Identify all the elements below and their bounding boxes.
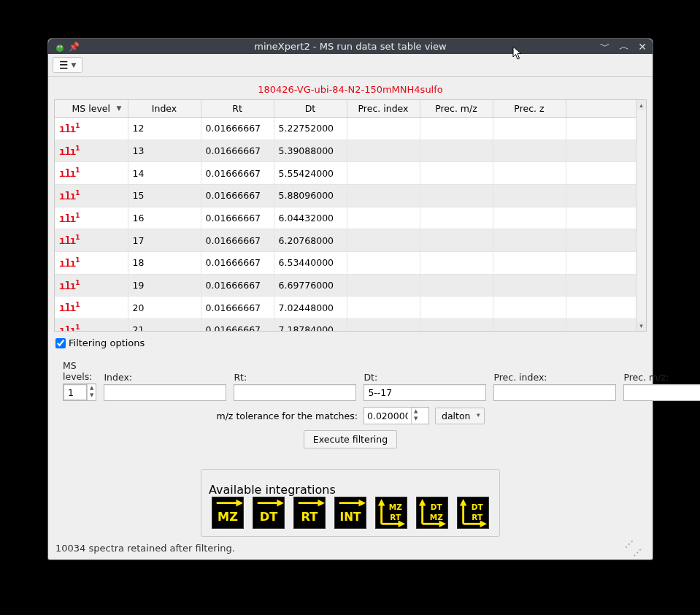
cell-prec-index: [347, 184, 420, 207]
index-filter-label: Index:: [104, 372, 226, 383]
ms-levels-input[interactable]: [64, 384, 87, 400]
integration-dt-button[interactable]: DT: [253, 497, 285, 529]
cell-prec-mz: [420, 229, 493, 252]
cell-prec-z: [493, 297, 566, 319]
svg-text:MZ: MZ: [218, 510, 238, 524]
rt-filter-input[interactable]: [234, 384, 356, 401]
tolerance-unit-combo[interactable]: dalton: [435, 408, 485, 424]
prec-index-filter-input[interactable]: [493, 384, 616, 401]
spinner-up-icon[interactable]: ▲: [88, 384, 96, 391]
table-scrollbar[interactable]: ▴ ▾: [636, 100, 646, 331]
cell-dt: 5.55424000: [274, 162, 347, 185]
index-filter-input[interactable]: [104, 384, 226, 401]
cell-index: 14: [128, 162, 201, 185]
table-row[interactable]: ılı1200.016666677.02448000: [55, 297, 646, 319]
scroll-up-icon[interactable]: ▴: [636, 100, 646, 110]
resize-grip-icon[interactable]: ⋮⋮: [620, 535, 647, 561]
cell-prec-mz: [420, 274, 493, 297]
svg-marker-25: [419, 499, 426, 506]
dt-filter-input[interactable]: [364, 384, 486, 401]
cell-prec-mz: [420, 207, 493, 229]
minimize-button[interactable]: ﹀: [600, 40, 610, 53]
cell-prec-index: [347, 162, 420, 185]
col-ms-level[interactable]: MS level▼: [55, 100, 128, 118]
svg-marker-32: [480, 521, 488, 528]
filter-checkbox-input[interactable]: [55, 338, 66, 348]
cell-index: 12: [128, 118, 201, 140]
maximize-button[interactable]: ︿: [619, 40, 629, 53]
prec-mz-filter-label: Prec. m/z:: [623, 372, 700, 383]
svg-marker-19: [378, 499, 385, 506]
cell-prec-mz: [420, 184, 493, 207]
table-row[interactable]: ılı1190.016666676.69776000: [55, 274, 646, 297]
col-prec-z[interactable]: Prec. z: [493, 100, 566, 118]
cell-prec-index: [347, 140, 420, 162]
cell-prec-z: [493, 162, 566, 185]
status-text: 10034 spectra retained after filtering.: [55, 543, 235, 554]
col-index[interactable]: Index: [128, 100, 201, 118]
cell-prec-z: [493, 118, 566, 140]
cell-dt: 5.88096000: [274, 184, 347, 207]
col-prec-index[interactable]: Prec. index: [347, 100, 420, 118]
table-row[interactable]: ılı1120.016666675.22752000: [55, 118, 646, 140]
pin-icon[interactable]: 📌: [69, 42, 80, 52]
prec-index-filter-label: Prec. index:: [493, 372, 616, 383]
col-prec-mz[interactable]: Prec. m/z: [420, 100, 493, 118]
rt-filter-label: Rt:: [234, 372, 356, 383]
tolerance-input[interactable]: [364, 408, 411, 424]
spectrum-icon: ılı1: [59, 301, 79, 314]
integration-rt-button[interactable]: RT: [293, 497, 326, 529]
table-row[interactable]: ılı1170.016666676.20768000: [55, 229, 646, 252]
table-row[interactable]: ılı1180.016666676.53440000: [55, 251, 646, 274]
cell-prec-index: [347, 274, 420, 297]
scroll-down-icon[interactable]: ▾: [636, 321, 646, 331]
tol-spinner-down-icon[interactable]: ▼: [412, 415, 420, 422]
cell-prec-mz: [420, 297, 493, 319]
integration-mz-rt-button[interactable]: MZRT: [375, 497, 407, 529]
integration-dt-rt-button[interactable]: DTRT: [457, 497, 489, 529]
svg-text:RT: RT: [301, 510, 318, 524]
cell-prec-z: [493, 184, 566, 207]
integration-int-button[interactable]: INT: [334, 497, 366, 529]
spectrum-icon: ılı1: [59, 145, 79, 158]
col-rt[interactable]: Rt: [201, 100, 274, 118]
hamburger-menu-button[interactable]: ☰ ▼: [53, 57, 82, 73]
cell-rt: 0.01666667: [201, 251, 274, 274]
ms-levels-spinner[interactable]: ▲▼: [63, 383, 96, 401]
cell-prec-z: [493, 229, 566, 252]
cell-index: 18: [128, 251, 201, 274]
table-row[interactable]: ılı1130.016666675.39088000: [55, 140, 646, 162]
integration-dt-mz-button[interactable]: DTMZ: [416, 497, 448, 529]
spinner-down-icon[interactable]: ▼: [88, 391, 96, 399]
svg-marker-6: [236, 500, 243, 507]
cell-prec-index: [347, 297, 420, 319]
spectrum-icon: ılı1: [59, 256, 79, 270]
table-row[interactable]: ılı1150.016666675.88096000: [55, 184, 646, 207]
cell-prec-index: [347, 318, 420, 331]
tolerance-spinner[interactable]: ▲▼: [364, 407, 429, 424]
svg-marker-9: [277, 500, 284, 507]
integration-mz-button[interactable]: MZ: [212, 497, 244, 529]
status-bar: 10034 spectra retained after filtering. …: [48, 537, 653, 559]
cell-dt: 6.53440000: [274, 251, 347, 274]
cell-rt: 0.01666667: [201, 318, 274, 331]
svg-text:DT: DT: [472, 503, 484, 511]
cell-prec-z: [493, 251, 566, 274]
titlebar[interactable]: 📌 mineXpert2 - MS run data set table vie…: [48, 39, 653, 54]
window-title: mineXpert2 - MS run data set table view: [48, 41, 653, 52]
table-row[interactable]: ılı1210.016666677.18784000: [55, 318, 646, 331]
svg-text:MZ: MZ: [389, 503, 402, 511]
prec-mz-filter-input[interactable]: [623, 384, 700, 401]
filter-panel: MS levels: ▲▼ Index: Rt: Dt: Prec. index…: [55, 351, 645, 456]
window-frame: 📌 mineXpert2 - MS run data set table vie…: [47, 38, 653, 560]
dt-filter-label: Dt:: [364, 372, 486, 383]
filter-options-checkbox[interactable]: Filtering options: [55, 337, 645, 348]
col-dt[interactable]: Dt: [274, 100, 347, 118]
execute-filtering-button[interactable]: Execute filtering: [304, 430, 397, 448]
table-row[interactable]: ılı1160.016666676.04432000: [55, 207, 646, 229]
close-button[interactable]: ✕: [638, 41, 647, 53]
cell-index: 13: [128, 140, 201, 162]
tol-spinner-up-icon[interactable]: ▲: [412, 408, 420, 415]
cell-index: 19: [128, 274, 201, 297]
table-row[interactable]: ılı1140.016666675.55424000: [55, 162, 646, 185]
